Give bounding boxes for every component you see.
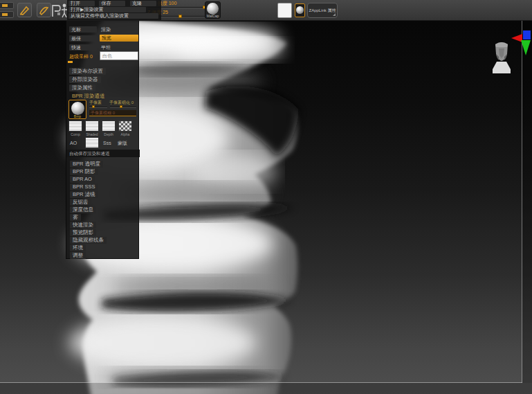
adjust-item[interactable]: 调整 [70, 252, 86, 259]
bpr-thumb-label: Bmp [69, 114, 86, 118]
render-palette-panel: 光标 渲染 最佳 预览 快速 平坦 超级采样 0 白色 渲染布尔设置 外部渲染器… [66, 21, 139, 259]
pen-icon [37, 3, 51, 17]
axis-x-icon [511, 34, 522, 42]
subpixel-refine-slider-label[interactable]: 子像素细化 0 [109, 100, 134, 105]
texture-sphere-icon [296, 6, 304, 14]
render-properties-section[interactable]: 渲染属性 [69, 84, 95, 91]
supersample-slider-label[interactable]: 超级采样 0 [69, 53, 93, 60]
flat-render-button[interactable]: 平坦 [101, 44, 111, 51]
zapplink-label: ZAppLink 属性 [309, 8, 336, 12]
environment-item[interactable]: 环境 [70, 244, 86, 251]
zsub-brush-button[interactable] [37, 3, 51, 17]
fog-item[interactable]: 雾 [70, 214, 81, 221]
render-settings-toggle[interactable]: 打开▶渲染设置 [68, 7, 146, 12]
material-sphere-icon [207, 3, 219, 15]
render-button[interactable]: 渲染 [101, 26, 111, 33]
flat-color-input[interactable]: 白色 [100, 51, 138, 60]
pass-alpha-label: Alpha [118, 132, 133, 136]
pass-mask-label[interactable]: 蒙版 [118, 140, 127, 146]
bpr-renderpass-section[interactable]: BPR 渲染通道 [69, 93, 108, 100]
render-save-button[interactable]: 保存 [99, 1, 125, 6]
preview-shadows-item[interactable]: 预览阴影 [70, 229, 96, 236]
render-clone-button[interactable]: 克隆 [130, 1, 156, 6]
subpixel-knob[interactable] [92, 105, 95, 108]
external-renderer-section[interactable]: 外部渲染器 [69, 76, 101, 83]
bpr-shadow-item[interactable]: BPR 阴影 [70, 168, 98, 175]
pass-alpha-thumbnail[interactable] [118, 120, 132, 132]
shelf-stub-top[interactable] [0, 2, 14, 9]
subpixel-blur-slider[interactable]: 子像素模糊 0 [89, 110, 136, 116]
pass-shaded-label: Shaded [84, 132, 100, 136]
bpr-filters-item[interactable]: BPR 滤镜 [70, 191, 98, 198]
autosave-renderpass-bar[interactable]: 自动保存渲染和通道 [66, 150, 140, 157]
cursor-button[interactable]: 光标 [69, 26, 97, 33]
pass-comp-thumbnail[interactable] [68, 120, 82, 132]
axis-z-icon [523, 30, 531, 39]
shelf-stub-bottom[interactable] [0, 11, 14, 18]
fast-render-button[interactable]: 快速 [69, 44, 97, 51]
bpr-render-thumbnail[interactable]: Bmp [68, 100, 86, 119]
hide-lines-item[interactable]: 隐藏观察线条 [70, 237, 107, 244]
z-intensity-knob[interactable] [178, 15, 182, 18]
best-render-button[interactable]: 最佳 [69, 35, 97, 42]
color-swatch[interactable] [277, 3, 292, 18]
pass-depth-thumbnail[interactable] [102, 120, 116, 132]
pass-comp-label: Comp [68, 132, 83, 136]
pass-depth-label: Depth [101, 132, 116, 136]
zadd-brush-button[interactable] [17, 3, 32, 17]
bpr-transparency-item[interactable]: BPR 透明度 [70, 161, 103, 168]
zapplink-button[interactable]: ZAppLink 属性 [307, 3, 338, 18]
bpr-sphere-icon [71, 102, 84, 115]
load-render-settings-button[interactable]: 从项目文件中载入渲染设置 [68, 13, 158, 19]
subpixel-slider-label[interactable]: 子像素 [89, 100, 102, 105]
pass-sss-label[interactable]: Sss [103, 140, 111, 146]
render-menu-file-rows: 打开 保存 克隆 打开▶渲染设置 从项目文件中载入渲染设置 [67, 0, 161, 20]
render-open-button[interactable]: 打开 [68, 1, 95, 6]
pass-shaded-thumbnail[interactable] [85, 120, 99, 132]
zbrush-window: Rgb 强度 100 Z 强度 25 MatCap ZAppLink 属性 打开… [0, 0, 532, 394]
outside-document-right [522, 21, 532, 383]
axis-gizmo[interactable] [511, 29, 532, 57]
render-booleans-section[interactable]: 渲染布尔设置 [69, 68, 106, 75]
pass-ao-label[interactable]: AO [70, 140, 77, 146]
corner-fold-icon [333, 13, 336, 16]
pass-ao-thumbnail[interactable] [85, 137, 99, 148]
subpixel-refine-knob[interactable] [120, 105, 122, 108]
outside-document-bottom [0, 383, 532, 394]
brush-icon [18, 3, 31, 17]
antialiasing-item[interactable]: 反锯齿 [70, 199, 91, 206]
depth-cue-item[interactable]: 深度信息 [70, 206, 96, 213]
bpr-sss-item[interactable]: BPR SSS [70, 183, 98, 190]
texture-thumbnail[interactable] [295, 3, 305, 17]
preview-render-button-active[interactable]: 预览 [100, 35, 138, 42]
material-label: MatCap [205, 14, 220, 18]
axis-y-icon [521, 40, 531, 55]
supersample-knob[interactable] [68, 61, 73, 63]
current-material-thumbnail[interactable]: MatCap [205, 1, 221, 19]
bpr-ao-item[interactable]: BPR AO [70, 176, 95, 183]
fast-render-item[interactable]: 快速渲染 [70, 222, 96, 229]
